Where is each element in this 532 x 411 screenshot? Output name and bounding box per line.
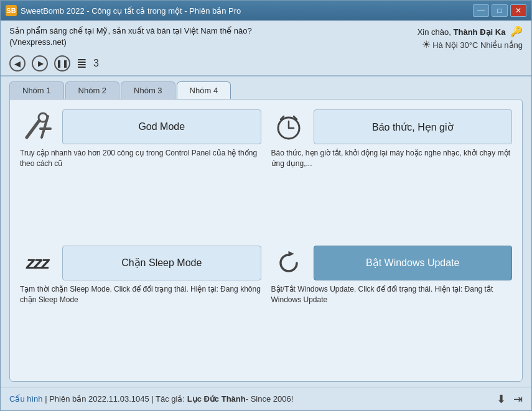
tool-windows-update: Bật Windows Update Bật/Tắt Windows Updat… [271, 246, 513, 372]
controls-bar: ◀ ▶ ❚❚ ≣ 3 [1, 53, 531, 75]
header-right: Xin chào, Thành Đại Ka 🔑 ☀ Hà Nội 30°C N… [418, 25, 523, 50]
news-area: Sản phẩm sáng chế tại Mỹ, sản xuất và bá… [9, 25, 252, 48]
pause-button[interactable]: ❚❚ [54, 55, 70, 72]
minimize-button[interactable]: — [473, 4, 489, 17]
tab-nhom3[interactable]: Nhóm 3 [121, 81, 175, 99]
tool-bao-thuc: Báo thức, Hẹn giờ Báo thức, hẹn giờ tắt,… [271, 109, 513, 236]
footer: Cấu hình | Phiên bản 2022.11.03.1045 | T… [1, 387, 531, 410]
tab-nhom4[interactable]: Nhóm 4 [177, 81, 231, 99]
title-bar: SB SweetBomb 2022 - Công cụ tất cả trong… [1, 1, 531, 21]
play-icon: ▶ [38, 59, 44, 68]
config-link[interactable]: Cấu hình [9, 394, 43, 404]
svg-line-0 [27, 121, 39, 137]
footer-sep2: | Tác giả: [149, 394, 187, 404]
greeting: Xin chào, Thành Đại Ka 🔑 [418, 25, 523, 37]
tool-god-mode-top: God Mode [20, 109, 261, 144]
app-icon: SB [6, 5, 17, 16]
tool-sleep-mode-top: zzz Chặn Sleep Mode [20, 246, 261, 280]
play-button[interactable]: ▶ [32, 55, 48, 72]
prev-icon: ◀ [14, 59, 21, 68]
tools-grid: God Mode Truy cập nhanh vào hơn 200 công… [20, 109, 512, 371]
greeting-prefix: Xin chào, [418, 27, 454, 37]
god-mode-desc: Truy cập nhanh vào hơn 200 công cụ trong… [20, 148, 261, 170]
windows-update-desc: Bật/Tắt Windows Update. Click để đổi trạ… [271, 284, 513, 306]
sun-icon: ☀ [422, 39, 431, 50]
prev-button[interactable]: ◀ [9, 55, 26, 72]
svg-line-2 [42, 116, 48, 137]
windows-update-button[interactable]: Bật Windows Update [314, 246, 513, 280]
exit-icon[interactable]: ⇥ [513, 392, 523, 406]
sleep-mode-button[interactable]: Chặn Sleep Mode [62, 246, 261, 280]
sleep-mode-desc: Tạm thời chặn Sleep Mode. Click để đổi t… [20, 284, 261, 306]
sliders-button[interactable]: ≣ [77, 56, 87, 71]
footer-icons: ⬇ ⇥ [497, 392, 523, 406]
tools-icon [20, 109, 55, 144]
tool-god-mode: God Mode Truy cập nhanh vào hơn 200 công… [20, 109, 261, 236]
title-bar-left: SB SweetBomb 2022 - Công cụ tất cả trong… [6, 5, 241, 16]
close-button[interactable]: ✕ [510, 4, 526, 17]
tab-nhom2[interactable]: Nhóm 2 [65, 81, 120, 99]
tabs-bar: Nhóm 1 Nhóm 2 Nhóm 3 Nhóm 4 [1, 76, 531, 99]
ctrl-number: 3 [93, 58, 99, 69]
maximize-button[interactable]: □ [492, 4, 508, 17]
refresh-icon [271, 246, 306, 280]
news-text: Sản phẩm sáng chế tại Mỹ, sản xuất và bá… [9, 25, 252, 37]
tool-sleep-mode: zzz Chặn Sleep Mode Tạm thời chặn Sleep … [20, 246, 261, 372]
download-icon[interactable]: ⬇ [497, 392, 506, 406]
zzz-icon: zzz [20, 246, 55, 280]
main-content: God Mode Truy cập nhanh vào hơn 200 công… [9, 99, 523, 382]
tab-nhom1[interactable]: Nhóm 1 [9, 81, 64, 99]
footer-sep1: | [43, 394, 50, 404]
header-area: Sản phẩm sáng chế tại Mỹ, sản xuất và bá… [1, 21, 531, 53]
weather-text: Hà Nội 30°C Nhiều nắng [432, 40, 523, 50]
footer-text: Cấu hình | Phiên bản 2022.11.03.1045 | T… [9, 394, 293, 404]
bao-thuc-desc: Báo thức, hẹn giờ tắt, khởi động lại máy… [271, 148, 513, 170]
weather: ☀ Hà Nội 30°C Nhiều nắng [422, 39, 523, 50]
tool-windows-update-top: Bật Windows Update [271, 246, 513, 280]
bao-thuc-button[interactable]: Báo thức, Hẹn giờ [314, 109, 513, 144]
author-suffix: - Since 2006! [246, 394, 294, 404]
clock-icon [271, 109, 306, 144]
app-window: SB SweetBomb 2022 - Công cụ tất cả trong… [0, 0, 532, 411]
window-title: SweetBomb 2022 - Công cụ tất cả trong mộ… [21, 6, 241, 16]
news-source: (Vnexpress.net) [9, 37, 252, 48]
pause-icon: ❚❚ [56, 59, 68, 68]
author-name: Lục Đức Thành [187, 394, 246, 404]
greeting-name: Thành Đại Ka [454, 27, 506, 37]
god-mode-button[interactable]: God Mode [62, 109, 261, 144]
window-controls: — □ ✕ [473, 4, 526, 17]
tool-bao-thuc-top: Báo thức, Hẹn giờ [271, 109, 513, 144]
version-text: Phiên bản 2022.11.03.1045 [49, 394, 149, 404]
key-icon[interactable]: 🔑 [510, 26, 523, 37]
